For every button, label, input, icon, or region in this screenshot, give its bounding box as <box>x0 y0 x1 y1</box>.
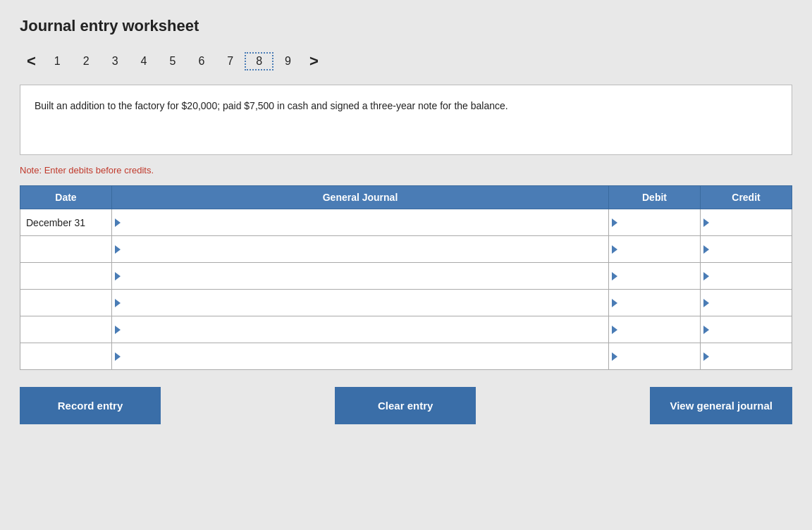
credit-cell-4[interactable] <box>701 316 792 343</box>
nav-number-9[interactable]: 9 <box>273 52 302 70</box>
navigation-row: < 1 2 3 4 5 6 7 8 9 > <box>20 49 792 73</box>
debit-cell-1[interactable] <box>609 236 701 263</box>
table-row <box>20 290 792 316</box>
header-general-journal: General Journal <box>112 186 609 209</box>
description-box: Built an addition to the factory for $20… <box>20 85 792 155</box>
gj-input-2[interactable] <box>112 263 608 289</box>
date-input-5[interactable] <box>26 343 111 369</box>
date-cell-0: December 31 <box>20 209 112 236</box>
gj-cell-2[interactable] <box>112 263 609 290</box>
description-text: Built an addition to the factory for $20… <box>35 100 508 111</box>
debit-cell-4[interactable] <box>609 316 701 343</box>
table-row <box>20 343 792 370</box>
date-input-4[interactable] <box>26 316 111 343</box>
table-row <box>20 316 792 343</box>
credit-cell-2[interactable] <box>701 263 792 290</box>
table-row: December 31 <box>20 209 792 236</box>
nav-number-5[interactable]: 5 <box>158 52 187 70</box>
credit-cell-3[interactable] <box>701 290 792 316</box>
credit-cell-5[interactable] <box>701 343 792 370</box>
date-input-1[interactable] <box>26 236 111 262</box>
table-row <box>20 263 792 290</box>
gj-cell-5[interactable] <box>112 343 609 370</box>
gj-input-1[interactable] <box>112 236 608 262</box>
credit-input-1[interactable] <box>701 236 792 262</box>
header-credit: Credit <box>701 186 792 209</box>
debit-input-4[interactable] <box>609 316 700 343</box>
page-title: Journal entry worksheet <box>20 17 792 35</box>
date-cell-2[interactable] <box>20 263 112 290</box>
nav-number-2[interactable]: 2 <box>72 52 101 70</box>
gj-input-5[interactable] <box>112 343 608 369</box>
debit-input-3[interactable] <box>609 290 700 316</box>
record-entry-button[interactable]: Record entry <box>20 387 161 424</box>
gj-cell-0[interactable] <box>112 209 609 236</box>
debit-input-0[interactable] <box>609 209 700 235</box>
header-date: Date <box>20 186 112 209</box>
buttons-row: Record entry Clear entry View general jo… <box>20 387 792 424</box>
gj-input-3[interactable] <box>112 290 608 316</box>
date-cell-1[interactable] <box>20 236 112 263</box>
nav-number-4[interactable]: 4 <box>130 52 159 70</box>
clear-entry-button[interactable]: Clear entry <box>335 387 476 424</box>
credit-cell-1[interactable] <box>701 236 792 263</box>
nav-number-1[interactable]: 1 <box>43 52 72 70</box>
debit-cell-3[interactable] <box>609 290 701 316</box>
debit-input-2[interactable] <box>609 263 700 289</box>
debit-cell-5[interactable] <box>609 343 701 370</box>
table-row <box>20 236 792 263</box>
next-arrow[interactable]: > <box>302 49 326 73</box>
note-text: Note: Enter debits before credits. <box>20 165 792 175</box>
nav-number-6[interactable]: 6 <box>187 52 216 70</box>
date-input-3[interactable] <box>26 290 111 316</box>
gj-input-4[interactable] <box>112 316 608 343</box>
credit-cell-0[interactable] <box>701 209 792 236</box>
credit-input-4[interactable] <box>701 316 792 343</box>
debit-cell-2[interactable] <box>609 263 701 290</box>
date-cell-4[interactable] <box>20 316 112 343</box>
gj-cell-1[interactable] <box>112 236 609 263</box>
view-general-journal-button[interactable]: View general journal <box>650 387 792 424</box>
header-debit: Debit <box>609 186 701 209</box>
credit-input-5[interactable] <box>701 343 792 369</box>
credit-input-2[interactable] <box>701 263 792 289</box>
debit-input-5[interactable] <box>609 343 700 369</box>
gj-cell-4[interactable] <box>112 316 609 343</box>
debit-input-1[interactable] <box>609 236 700 262</box>
date-cell-5[interactable] <box>20 343 112 370</box>
gj-input-0[interactable] <box>112 209 608 235</box>
credit-input-3[interactable] <box>701 290 792 316</box>
prev-arrow[interactable]: < <box>20 49 43 73</box>
date-input-2[interactable] <box>26 263 111 289</box>
nav-number-3[interactable]: 3 <box>101 52 130 70</box>
date-cell-3[interactable] <box>20 290 112 316</box>
journal-table: Date General Journal Debit Credit Decemb… <box>20 185 792 370</box>
nav-number-8[interactable]: 8 <box>245 52 273 70</box>
nav-number-7[interactable]: 7 <box>216 52 245 70</box>
debit-cell-0[interactable] <box>609 209 701 236</box>
credit-input-0[interactable] <box>701 209 792 235</box>
gj-cell-3[interactable] <box>112 290 609 316</box>
